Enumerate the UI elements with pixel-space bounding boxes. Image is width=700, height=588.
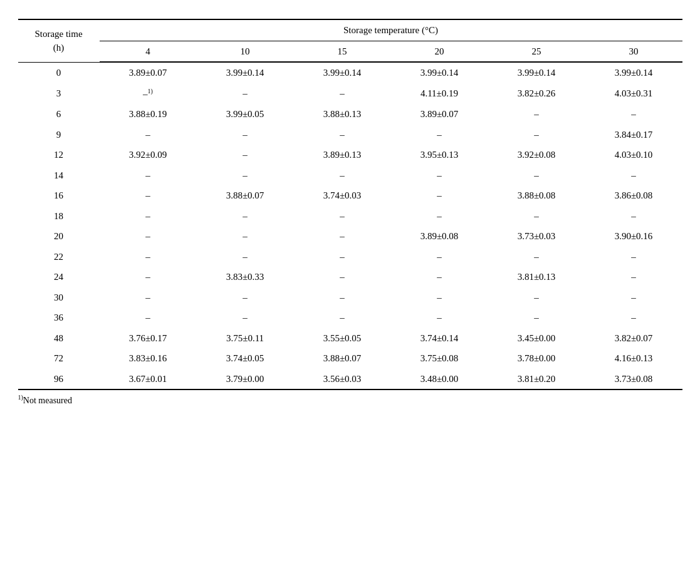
data-cell: 3.56±0.03 (294, 369, 391, 390)
table-row: 24–3.83±0.33––3.81±0.13– (18, 267, 682, 287)
data-cell: 3.95±0.13 (391, 145, 488, 165)
data-cell: – (197, 247, 294, 267)
data-cell: – (100, 307, 197, 328)
data-cell: – (488, 104, 585, 125)
temperature-col-header: 4 (100, 41, 197, 62)
data-cell: –1) (100, 83, 197, 105)
data-cell: – (391, 125, 488, 145)
table-row: 14–––––– (18, 165, 682, 186)
data-cell: 4.11±0.19 (391, 83, 488, 105)
data-cell: 3.99±0.14 (585, 62, 682, 83)
data-cell: – (585, 104, 682, 125)
data-cell: – (100, 226, 197, 247)
table-row: 123.92±0.09–3.89±0.133.95±0.133.92±0.084… (18, 145, 682, 165)
data-cell: – (294, 125, 391, 145)
data-cell: – (391, 185, 488, 206)
data-cell: – (100, 267, 197, 287)
data-cell: – (197, 83, 294, 105)
data-cell: 3.88±0.08 (488, 185, 585, 206)
data-cell: – (197, 226, 294, 247)
table-row: 18–––––– (18, 206, 682, 227)
data-cell: – (100, 125, 197, 145)
table-row: 16–3.88±0.073.74±0.03–3.88±0.083.86±0.08 (18, 185, 682, 206)
data-cell: – (197, 125, 294, 145)
data-cell: 3.81±0.13 (488, 267, 585, 287)
data-table: Storage time (h) Storage temperature (°C… (18, 19, 682, 390)
data-cell: – (488, 206, 585, 227)
storage-time-cell: 18 (18, 206, 100, 227)
data-cell: 3.73±0.03 (488, 226, 585, 247)
data-cell: 3.86±0.08 (585, 185, 682, 206)
data-cell: 3.89±0.07 (391, 104, 488, 125)
table-row: 483.76±0.173.75±0.113.55±0.053.74±0.143.… (18, 328, 682, 349)
data-cell: – (488, 125, 585, 145)
storage-time-cell: 6 (18, 104, 100, 125)
data-cell: 3.92±0.09 (100, 145, 197, 165)
data-cell: – (100, 247, 197, 267)
table-row: 963.67±0.013.79±0.003.56±0.033.48±0.003.… (18, 369, 682, 390)
data-cell: 3.99±0.14 (294, 62, 391, 83)
storage-time-cell: 9 (18, 125, 100, 145)
data-cell: – (100, 287, 197, 308)
storage-time-cell: 0 (18, 62, 100, 83)
storage-time-cell: 3 (18, 83, 100, 105)
storage-time-cell: 20 (18, 226, 100, 247)
data-cell: – (391, 206, 488, 227)
data-cell: 4.03±0.10 (585, 145, 682, 165)
data-cell: 3.89±0.13 (294, 145, 391, 165)
data-cell: – (100, 185, 197, 206)
data-cell: 3.88±0.07 (197, 185, 294, 206)
data-cell: – (585, 287, 682, 308)
temperature-col-header: 20 (391, 41, 488, 62)
data-cell: 4.03±0.31 (585, 83, 682, 105)
temperature-col-header: 15 (294, 41, 391, 62)
storage-time-cell: 96 (18, 369, 100, 390)
data-cell: 3.74±0.14 (391, 328, 488, 349)
data-cell: 3.74±0.05 (197, 348, 294, 369)
data-cell: – (197, 145, 294, 165)
data-cell: – (197, 165, 294, 186)
data-cell: 3.76±0.17 (100, 328, 197, 349)
col-group-header: Storage temperature (°C) (100, 19, 682, 41)
data-cell: 3.73±0.08 (585, 369, 682, 390)
data-cell: 3.82±0.07 (585, 328, 682, 349)
table-row: 22–––––– (18, 247, 682, 267)
data-cell: – (488, 165, 585, 186)
data-cell: – (585, 206, 682, 227)
data-cell: 3.99±0.14 (488, 62, 585, 83)
data-cell: 3.99±0.14 (197, 62, 294, 83)
row-header-title: Storage time (h) (18, 19, 100, 62)
data-cell: – (294, 287, 391, 308)
data-cell: 3.83±0.16 (100, 348, 197, 369)
data-cell: – (100, 206, 197, 227)
storage-time-cell: 14 (18, 165, 100, 186)
storage-time-cell: 36 (18, 307, 100, 328)
data-cell: 3.48±0.00 (391, 369, 488, 390)
data-cell: 3.79±0.00 (197, 369, 294, 390)
data-cell: 3.99±0.14 (391, 62, 488, 83)
data-cell: – (585, 165, 682, 186)
data-cell: – (488, 307, 585, 328)
data-cell: – (197, 206, 294, 227)
table-row: 3–1)––4.11±0.193.82±0.264.03±0.31 (18, 83, 682, 105)
data-cell: – (294, 206, 391, 227)
data-cell: – (585, 267, 682, 287)
data-cell: – (294, 247, 391, 267)
data-cell: 3.89±0.08 (391, 226, 488, 247)
data-cell: – (391, 287, 488, 308)
storage-time-cell: 24 (18, 267, 100, 287)
data-cell: – (294, 226, 391, 247)
data-cell: 3.81±0.20 (488, 369, 585, 390)
storage-time-cell: 22 (18, 247, 100, 267)
data-cell: – (391, 267, 488, 287)
footnote-superscript: 1)Not measured (18, 396, 73, 405)
data-cell: 3.75±0.11 (197, 328, 294, 349)
data-cell: – (488, 247, 585, 267)
data-cell: 3.84±0.17 (585, 125, 682, 145)
data-cell: 3.88±0.13 (294, 104, 391, 125)
data-cell: 3.45±0.00 (488, 328, 585, 349)
data-cell: 3.88±0.07 (294, 348, 391, 369)
storage-time-cell: 16 (18, 185, 100, 206)
data-cell: – (294, 83, 391, 105)
data-cell: 3.75±0.08 (391, 348, 488, 369)
